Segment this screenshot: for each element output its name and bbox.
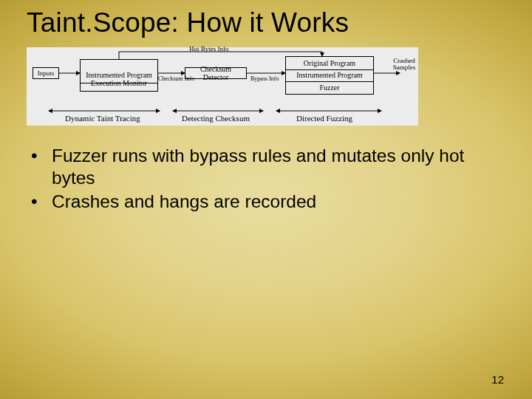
- phase-directed-fuzzing: Directed Fuzzing: [296, 114, 352, 123]
- label-hot-bytes-info: Hot Bytes Info: [189, 45, 229, 52]
- slide: Taint.Scope: How it Works: [0, 0, 532, 399]
- node-inputs: Inputs: [33, 67, 59, 79]
- group-fuzzing: Original Program Instrumented Program Fu…: [285, 56, 374, 95]
- bullet-text: Fuzzer runs with bypass rules and mutate…: [52, 145, 502, 189]
- list-item: • Crashes and hangs are recorded: [31, 191, 502, 213]
- slide-title: Taint.Scope: How it Works: [27, 7, 349, 38]
- node-instrumented-program-2: Instrumented Program: [286, 69, 373, 83]
- bullet-list: • Fuzzer runs with bypass rules and muta…: [31, 145, 502, 214]
- label-crashed-samples: Crashed Samples: [390, 58, 418, 71]
- node-original-program: Original Program: [286, 57, 373, 70]
- phase-dynamic-taint: Dynamic Taint Tracing: [65, 114, 140, 123]
- bullet-icon: •: [31, 145, 52, 189]
- group-taint: Instrumented Program Execution Monitor: [80, 59, 158, 92]
- list-item: • Fuzzer runs with bypass rules and muta…: [31, 145, 502, 189]
- page-number: 12: [491, 373, 504, 386]
- bullet-icon: •: [31, 191, 52, 213]
- bullet-text: Crashes and hangs are recorded: [52, 191, 316, 213]
- label-bypass-info: Bypass Info: [250, 75, 279, 82]
- flow-diagram: Inputs Instrumented Program Execution Mo…: [27, 47, 418, 126]
- node-fuzzer: Fuzzer: [286, 81, 373, 94]
- label-checksum-info: Checksum Info: [158, 75, 194, 82]
- node-execution-monitor: Execution Monitor: [81, 75, 157, 91]
- phase-detecting-checksum: Detecting Checksum: [182, 114, 250, 123]
